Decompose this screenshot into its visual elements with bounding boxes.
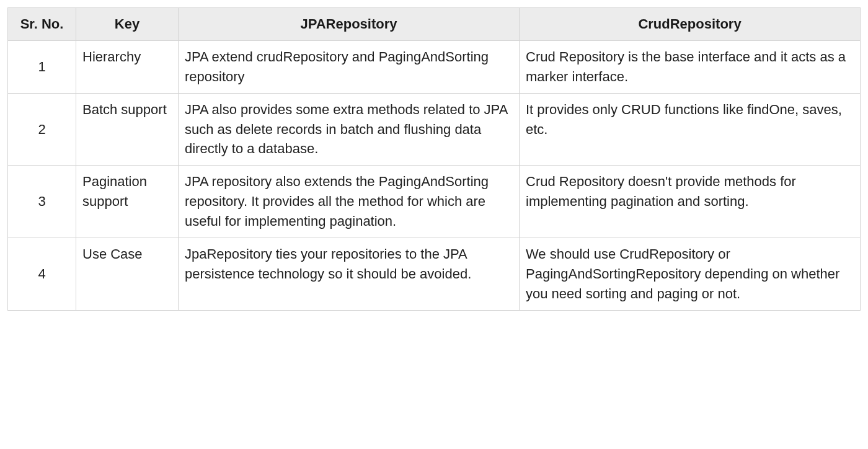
table-header-row: Sr. No. Key JPARepository CrudRepository — [8, 8, 861, 41]
cell-crud: We should use CrudRepository or PagingAn… — [520, 238, 861, 311]
table-row: 1 Hierarchy JPA extend crudRepository an… — [8, 40, 861, 93]
cell-srno: 3 — [8, 166, 76, 238]
cell-jpa: JPA also provides some extra methods rel… — [179, 93, 520, 166]
cell-key: Hierarchy — [76, 40, 179, 93]
cell-key: Batch support — [76, 93, 179, 166]
cell-srno: 4 — [8, 238, 76, 311]
table-row: 3 Pagination support JPA repository also… — [8, 166, 861, 238]
header-key: Key — [76, 8, 179, 41]
cell-crud: It provides only CRUD functions like fin… — [520, 93, 861, 166]
cell-jpa: JpaRepository ties your repositories to … — [179, 238, 520, 311]
cell-key: Use Case — [76, 238, 179, 311]
cell-crud: Crud Repository doesn't provide methods … — [520, 166, 861, 238]
header-srno: Sr. No. — [8, 8, 76, 41]
header-jpa: JPARepository — [179, 8, 520, 41]
table-row: 2 Batch support JPA also provides some e… — [8, 93, 861, 166]
cell-crud: Crud Repository is the base interface an… — [520, 40, 861, 93]
table-row: 4 Use Case JpaRepository ties your repos… — [8, 238, 861, 311]
cell-key: Pagination support — [76, 166, 179, 238]
header-crud: CrudRepository — [520, 8, 861, 41]
comparison-table: Sr. No. Key JPARepository CrudRepository… — [7, 7, 861, 311]
cell-srno: 1 — [8, 40, 76, 93]
cell-srno: 2 — [8, 93, 76, 166]
cell-jpa: JPA extend crudRepository and PagingAndS… — [179, 40, 520, 93]
cell-jpa: JPA repository also extends the PagingAn… — [179, 166, 520, 238]
